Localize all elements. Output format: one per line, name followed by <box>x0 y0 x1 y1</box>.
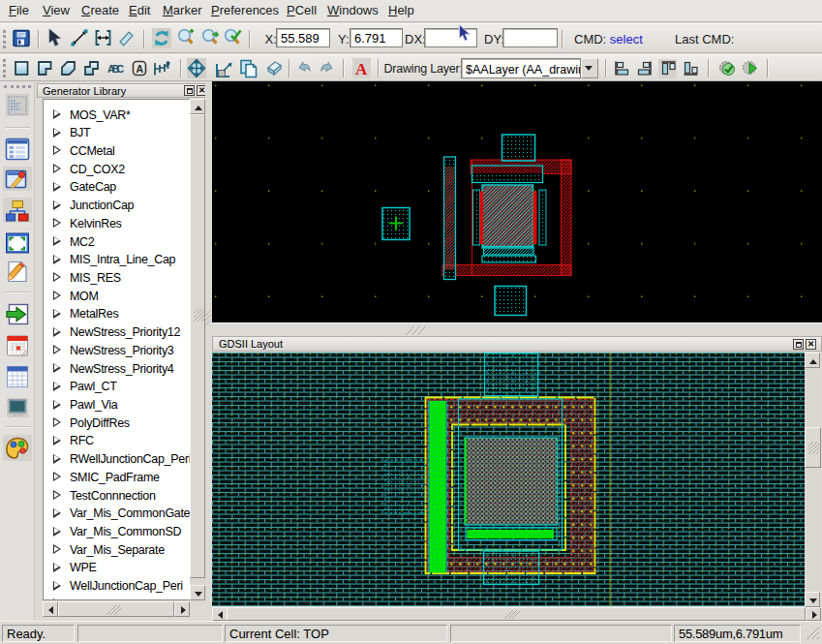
svg-text:ABC: ABC <box>107 63 124 75</box>
svg-text:A: A <box>137 63 144 75</box>
svg-text:A: A <box>355 60 368 78</box>
